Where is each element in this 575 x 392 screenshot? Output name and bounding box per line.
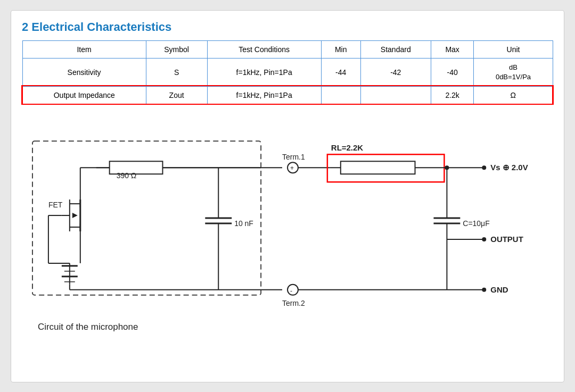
vs-label: Vs ⊕ 2.0V [490, 163, 528, 172]
sensitivity-item: Sensitivity [22, 58, 146, 86]
col-item: Item [22, 40, 146, 58]
rl-label: RL=2.2K [331, 143, 364, 152]
section-title: 2 Electrical Characteristics [22, 20, 553, 34]
cap-10nf-label: 10 nF [234, 219, 253, 228]
sensitivity-symbol: S [146, 58, 207, 86]
sensitivity-conditions: f=1kHz, Pin=1Pa [207, 58, 321, 86]
sensitivity-standard: -42 [360, 58, 431, 86]
sensitivity-max: -40 [431, 58, 474, 86]
sensitivity-unit: dB0dB=1V/Pa [474, 58, 553, 86]
cap-10uf-label: C=10μF [463, 219, 489, 228]
vs-endpoint [482, 165, 486, 170]
gnd-label: GND [490, 285, 508, 294]
term2-circle [288, 285, 298, 295]
table-header-row: Item Symbol Test Conditions Min Standard… [22, 40, 553, 58]
col-symbol: Symbol [146, 40, 207, 58]
sensitivity-min: -44 [321, 58, 360, 86]
fet-arrow [72, 213, 78, 218]
col-max: Max [431, 40, 474, 58]
elec-table: Item Symbol Test Conditions Min Standard… [22, 40, 553, 104]
circuit-diagram: FET [22, 117, 553, 346]
fet-label: FET [48, 201, 63, 209]
gnd-endpoint [482, 288, 486, 292]
main-card: 2 Electrical Characteristics Item Symbol… [11, 10, 564, 382]
rl-resistor-symbol [341, 161, 415, 174]
table-row-output-impedance: Output Impedance Zout f=1kHz, Pin=1Pa 2.… [22, 86, 553, 104]
resistor-390-label: 390 Ω [117, 171, 137, 180]
output-impedance-max: 2.2k [431, 86, 474, 104]
term1-plus: + [290, 164, 294, 172]
output-label: OUTPUT [490, 235, 523, 244]
output-impedance-standard [360, 86, 431, 104]
circuit-svg: FET [22, 117, 553, 346]
table-row-sensitivity: Sensitivity S f=1kHz, Pin=1Pa -44 -42 -4… [22, 58, 553, 86]
output-impedance-item: Output Impedance [22, 86, 146, 104]
output-impedance-min [321, 86, 360, 104]
output-impedance-symbol: Zout [146, 86, 207, 104]
col-unit: Unit [474, 40, 553, 58]
circuit-caption: Circuit of the microphone [38, 322, 138, 332]
col-standard: Standard [360, 40, 431, 58]
term2-label: Term.2 [282, 299, 305, 307]
term2-minus: - [290, 287, 292, 295]
col-conditions: Test Conditions [207, 40, 321, 58]
col-min: Min [321, 40, 360, 58]
term1-label: Term.1 [282, 153, 305, 161]
output-impedance-conditions: f=1kHz, Pin=1Pa [207, 86, 321, 104]
output-endpoint [482, 237, 486, 241]
output-impedance-unit: Ω [474, 86, 553, 104]
